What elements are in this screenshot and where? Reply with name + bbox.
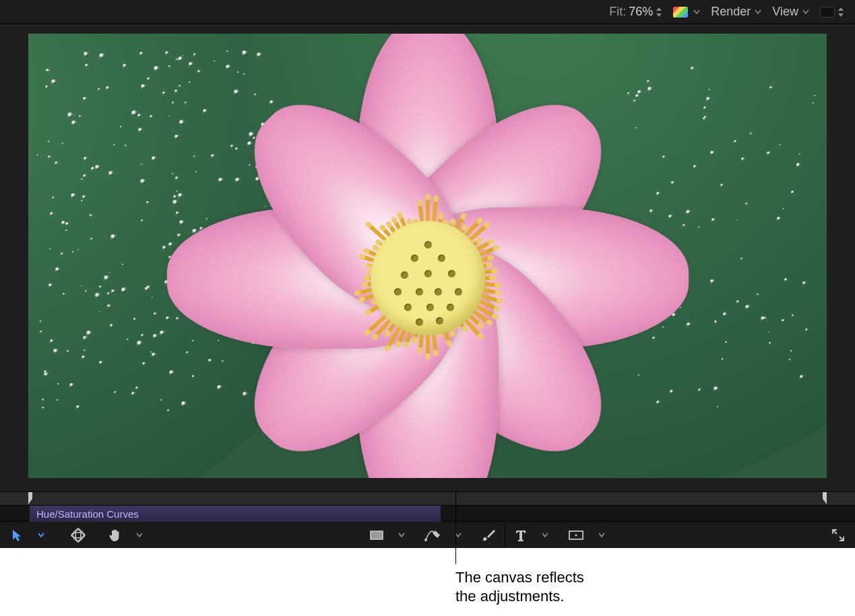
svg-rect-3 <box>371 531 383 539</box>
render-dropdown[interactable]: Render <box>707 3 765 21</box>
background-color-control[interactable] <box>816 3 848 21</box>
text-tool[interactable] <box>509 524 532 547</box>
callout-leader-line <box>455 490 456 564</box>
render-label: Render <box>711 5 751 19</box>
fit-label: Fit: <box>609 5 626 19</box>
viewer-window: Fit: 76% Render View <box>0 0 855 548</box>
generator-rectangle-tool[interactable] <box>563 524 589 547</box>
view-dropdown[interactable]: View <box>768 3 813 21</box>
fit-value: 76% <box>629 5 653 19</box>
toolbar-divider <box>505 524 505 547</box>
out-point-marker-icon[interactable] <box>819 492 828 504</box>
svg-point-6 <box>575 534 577 536</box>
text-tool-menu[interactable] <box>534 524 557 547</box>
mini-timeline-cliprow[interactable]: Hue/Saturation Curves <box>0 505 855 521</box>
callout-text: The canvas reflects the adjustments. <box>455 568 658 605</box>
pen-bezier-tool-menu[interactable] <box>447 524 470 547</box>
3d-transform-tool[interactable] <box>66 524 90 547</box>
clip-hue-saturation-curves[interactable]: Hue/Saturation Curves <box>30 506 441 522</box>
view-label: View <box>772 5 798 19</box>
canvas-tool-toolbar <box>0 521 855 548</box>
canvas-image-content <box>371 221 485 335</box>
rectangle-mask-tool-menu[interactable] <box>390 524 413 547</box>
canvas-area: /* placeholder */ <box>0 24 855 491</box>
select-tool-menu[interactable] <box>30 524 53 547</box>
chevron-down-icon <box>693 7 700 17</box>
rectangle-mask-tool[interactable] <box>365 524 389 547</box>
expand-viewer-button[interactable] <box>827 524 850 547</box>
pen-bezier-tool[interactable] <box>420 524 445 547</box>
clip-label: Hue/Saturation Curves <box>36 508 139 520</box>
svg-point-4 <box>424 539 427 541</box>
in-point-marker-icon[interactable] <box>27 492 36 504</box>
svg-point-2 <box>71 527 86 543</box>
paint-stroke-tool[interactable] <box>476 524 501 547</box>
mini-timeline-ruler[interactable] <box>0 491 855 505</box>
chevron-down-icon <box>755 7 761 17</box>
color-channels-icon <box>673 7 688 18</box>
canvas[interactable]: /* placeholder */ <box>28 34 827 478</box>
color-channel-dropdown[interactable] <box>669 3 704 21</box>
canvas-image-content <box>152 34 704 478</box>
generator-rectangle-tool-menu[interactable] <box>590 524 613 547</box>
viewer-top-toolbar: Fit: 76% Render View <box>0 0 855 24</box>
stepper-arrows-icon <box>837 7 844 18</box>
fit-zoom-control[interactable]: Fit: 76% <box>605 3 666 21</box>
stepper-arrows-icon <box>656 7 662 18</box>
background-swatch-icon <box>820 7 835 18</box>
hand-tool-menu[interactable] <box>128 524 151 547</box>
chevron-down-icon <box>802 7 809 17</box>
hand-tool[interactable] <box>104 524 127 547</box>
select-tool[interactable] <box>5 524 28 547</box>
